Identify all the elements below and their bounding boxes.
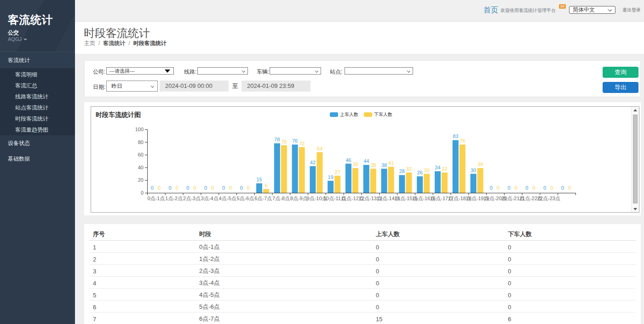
svg-text:0: 0 — [247, 185, 250, 191]
svg-text:0: 0 — [543, 185, 546, 191]
svg-text:46: 46 — [345, 157, 351, 163]
svg-text:5点-6点: 5点-6点 — [236, 196, 254, 201]
svg-text:0点-1点: 0点-1点 — [147, 196, 165, 201]
svg-text:0: 0 — [229, 185, 232, 191]
svg-text:83: 83 — [453, 133, 458, 139]
svg-text:75: 75 — [281, 139, 287, 145]
svg-text:0: 0 — [497, 185, 500, 191]
svg-text:22点-23点: 22点-23点 — [537, 196, 560, 201]
svg-text:64: 64 — [317, 146, 322, 151]
svg-text:28: 28 — [399, 168, 405, 174]
svg-text:2点-3点: 2点-3点 — [183, 196, 201, 201]
svg-text:0: 0 — [240, 185, 243, 191]
svg-text:39: 39 — [477, 162, 483, 167]
svg-text:76: 76 — [460, 138, 465, 144]
svg-text:0: 0 — [211, 185, 214, 191]
svg-text:0: 0 — [561, 185, 564, 191]
svg-text:7点-8点: 7点-8点 — [272, 196, 290, 201]
svg-text:34: 34 — [435, 165, 440, 170]
svg-text:0: 0 — [204, 185, 207, 191]
svg-text:0: 0 — [151, 185, 154, 191]
svg-text:26: 26 — [417, 170, 423, 175]
svg-text:60: 60 — [138, 152, 144, 157]
svg-text:6点-7点: 6点-7点 — [254, 196, 272, 201]
svg-text:20: 20 — [138, 177, 144, 183]
svg-text:30: 30 — [424, 168, 430, 173]
svg-text:0: 0 — [508, 185, 511, 191]
svg-text:32: 32 — [442, 166, 447, 172]
svg-text:0: 0 — [568, 185, 571, 191]
svg-text:1点-2点: 1点-2点 — [165, 196, 183, 201]
svg-text:38: 38 — [381, 162, 387, 168]
svg-text:76: 76 — [292, 138, 298, 144]
svg-text:30: 30 — [471, 168, 476, 173]
svg-text:0: 0 — [158, 185, 161, 191]
svg-text:3点-4点: 3点-4点 — [201, 196, 218, 201]
svg-text:6: 6 — [264, 183, 267, 188]
svg-text:27: 27 — [335, 169, 340, 175]
svg-text:0: 0 — [222, 185, 225, 191]
svg-text:4点-5点: 4点-5点 — [219, 196, 236, 201]
svg-text:0: 0 — [515, 185, 518, 191]
svg-text:0: 0 — [169, 185, 172, 191]
svg-text:15: 15 — [256, 177, 262, 182]
svg-text:0: 0 — [141, 190, 144, 196]
svg-text:41: 41 — [388, 160, 394, 166]
svg-text:100: 100 — [135, 127, 144, 132]
svg-text:0: 0 — [525, 185, 528, 191]
svg-text:0: 0 — [193, 185, 196, 191]
svg-text:0: 0 — [490, 185, 493, 191]
svg-text:32: 32 — [406, 166, 412, 172]
svg-text:8点-9点: 8点-9点 — [290, 196, 308, 201]
svg-text:0: 0 — [186, 185, 189, 191]
svg-text:72: 72 — [299, 141, 305, 146]
svg-text:78: 78 — [274, 137, 280, 142]
svg-text:44: 44 — [363, 158, 369, 164]
svg-text:0: 0 — [176, 185, 178, 191]
svg-text:38: 38 — [370, 162, 376, 168]
svg-text:42: 42 — [310, 160, 316, 165]
svg-text:0: 0 — [550, 185, 553, 191]
svg-text:0: 0 — [532, 185, 535, 191]
svg-text:80: 80 — [138, 139, 144, 145]
svg-text:40: 40 — [138, 165, 144, 170]
svg-text:39: 39 — [352, 162, 358, 167]
svg-text:19: 19 — [328, 174, 334, 180]
